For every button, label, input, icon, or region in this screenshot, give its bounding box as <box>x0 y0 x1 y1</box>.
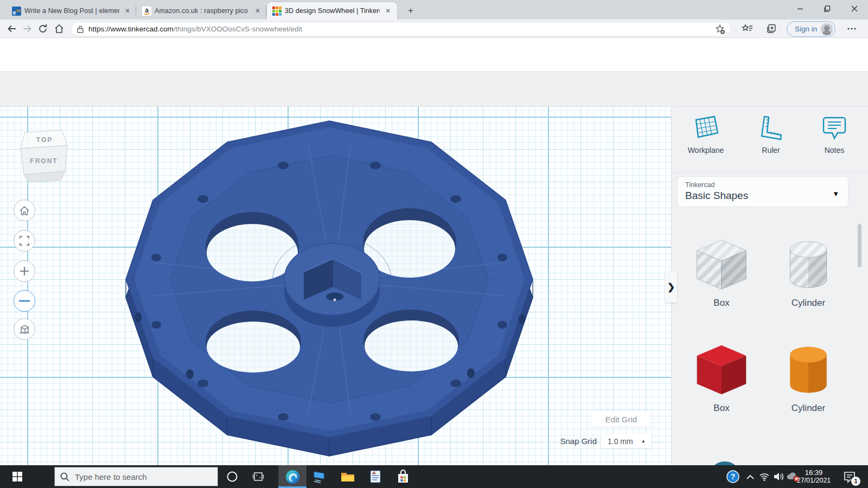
refresh-button[interactable] <box>36 22 49 35</box>
get-help-tray-button[interactable]: ? <box>725 465 741 488</box>
browser-tab-strip: e14 Write a New Blog Post | element ✕ a … <box>0 0 868 20</box>
notification-count-badge: 1 <box>851 477 860 486</box>
wifi-icon <box>759 472 770 481</box>
library-brand: Tinkercad <box>685 181 840 189</box>
minimize-icon <box>797 5 803 12</box>
workplane-tool[interactable]: Workplane <box>681 114 730 155</box>
edit-grid-button[interactable]: Edit Grid <box>592 412 650 427</box>
zoom-in-button[interactable] <box>14 260 35 282</box>
clock-date: 27/01/2021 <box>793 477 834 485</box>
ruler-tool[interactable]: Ruler <box>746 114 795 155</box>
browser-tab-blog[interactable]: e14 Write a New Blog Post | element ✕ <box>7 2 137 20</box>
window-minimize-button[interactable] <box>787 0 814 17</box>
view-cube[interactable]: TOP FRONT <box>16 122 71 184</box>
fit-view-button[interactable] <box>14 230 35 252</box>
address-bar[interactable]: https://www.tinkercad.com/things/bVXOOOo… <box>71 22 731 36</box>
shape-cylinder-solid[interactable]: Cylinder <box>776 341 841 414</box>
cortana-button[interactable] <box>219 465 245 488</box>
file-explorer-button[interactable] <box>335 465 361 488</box>
connect-app-button[interactable] <box>306 465 332 488</box>
box-striped-thumbnail <box>692 236 751 293</box>
shape-box-solid[interactable]: Box <box>689 341 754 414</box>
tab-close-icon[interactable]: ✕ <box>123 6 132 16</box>
tab-close-icon[interactable]: ✕ <box>383 6 393 16</box>
windows-taskbar: ? 16:39 27/01/2021 <box>0 465 868 488</box>
volume-tray-button[interactable] <box>771 465 786 488</box>
tab-separator <box>136 6 136 16</box>
shape-label: Box <box>689 298 754 309</box>
task-view-button[interactable] <box>245 465 271 488</box>
tab-close-icon[interactable]: ✕ <box>253 6 263 16</box>
edge-taskbar-button[interactable] <box>278 465 307 488</box>
shape-label: Cylinder <box>776 403 841 414</box>
speaker-icon <box>773 472 784 481</box>
browser-navbar: https://www.tinkercad.com/things/bVXOOOo… <box>0 20 868 38</box>
back-button[interactable] <box>5 22 18 35</box>
back-arrow-icon <box>7 23 17 34</box>
snap-grid-label: Snap Grid <box>548 436 597 446</box>
sign-in-button[interactable]: Sign in <box>787 21 835 37</box>
notes-icon <box>820 114 848 140</box>
tinkercad-favicon <box>272 7 282 16</box>
shape-cylinder-transparent[interactable]: Cylinder <box>776 236 841 309</box>
zoom-out-button[interactable] <box>14 290 35 312</box>
shape-label: Box <box>689 403 754 414</box>
add-favorite-star-icon[interactable] <box>714 24 725 35</box>
browser-tab-tinkercad-active[interactable]: 3D design SnowWheel | Tinkerca ✕ <box>267 2 397 20</box>
close-icon <box>851 5 858 12</box>
forward-button[interactable] <box>21 22 34 35</box>
chevron-up-icon <box>746 474 754 479</box>
tray-expand-button[interactable] <box>743 465 757 488</box>
tab-title: 3D design SnowWheel | Tinkerca <box>285 7 380 15</box>
home-button[interactable] <box>53 22 66 35</box>
tab-separator <box>266 6 266 16</box>
library-name: Basic Shapes <box>685 190 840 202</box>
notes-label: Notes <box>810 146 859 155</box>
window-close-button[interactable] <box>841 0 868 17</box>
microsoft-store-button[interactable] <box>390 465 416 488</box>
shape-library-dropdown[interactable]: Tinkercad Basic Shapes ▼ <box>677 176 848 207</box>
task-view-icon <box>253 471 264 482</box>
window-maximize-button[interactable] <box>814 0 841 17</box>
home-view-button[interactable] <box>14 200 35 221</box>
notes-tool[interactable]: Notes <box>810 114 859 155</box>
tinkercad-header: TIN KER CAD SnowWheel <box>0 38 868 72</box>
box-red-thumbnail <box>692 341 751 399</box>
workplane-icon <box>692 114 720 140</box>
panel-scrollbar[interactable] <box>858 224 861 267</box>
favorites-button[interactable] <box>741 22 754 35</box>
taskbar-clock[interactable]: 16:39 27/01/2021 <box>793 468 834 485</box>
shape-box-transparent[interactable]: Box <box>689 236 754 309</box>
start-button[interactable] <box>0 465 34 488</box>
clock-time: 16:39 <box>793 468 834 477</box>
home-icon <box>54 23 65 34</box>
document-app-icon <box>369 470 381 484</box>
tab-title: Amazon.co.uk : raspberry pico <box>155 7 250 15</box>
design-canvas[interactable]: TOP FRONT Edit Grid Snap Grid 1.0 mm ▲ <box>0 107 671 465</box>
snowwheel-model[interactable] <box>0 107 671 465</box>
maximize-icon <box>824 5 831 12</box>
edit-toolbar: Import Export Send To <box>0 72 868 107</box>
zoom-in-icon <box>20 266 29 276</box>
refresh-icon <box>37 23 48 34</box>
wifi-tray-button[interactable] <box>757 465 771 488</box>
cortana-icon <box>226 471 238 483</box>
panel-collapse-handle[interactable]: ❯ <box>665 271 677 303</box>
taskbar-search[interactable] <box>54 467 218 486</box>
search-icon <box>60 472 69 481</box>
search-input[interactable] <box>75 472 200 481</box>
ruler-icon <box>757 114 785 140</box>
snap-grid-value: 1.0 mm <box>608 437 633 446</box>
element14-favicon: e14 <box>12 7 21 16</box>
orthographic-view-button[interactable] <box>14 318 35 340</box>
document-app-button[interactable] <box>362 465 388 488</box>
snap-grid-dropdown[interactable]: 1.0 mm ▲ <box>601 434 651 448</box>
zoom-out-icon <box>18 299 30 303</box>
collections-button[interactable] <box>765 22 778 35</box>
browser-tab-amazon[interactable]: a Amazon.co.uk : raspberry pico ✕ <box>137 2 267 20</box>
more-dots-icon <box>847 24 857 34</box>
shape-partial-thumbnail[interactable] <box>709 461 741 465</box>
browser-menu-button[interactable] <box>845 22 858 35</box>
new-tab-button[interactable]: + <box>404 4 417 17</box>
pc-display-icon <box>312 470 326 483</box>
